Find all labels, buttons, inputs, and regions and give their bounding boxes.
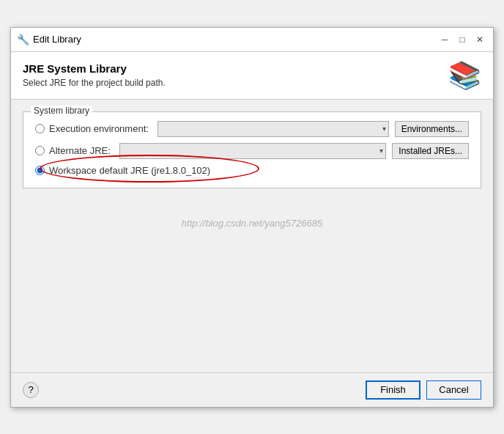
alt-jre-dropdown-wrapper: ▾: [115, 143, 386, 159]
exec-env-radio[interactable]: [35, 124, 45, 133]
header-subtitle: Select JRE for the project build path.: [23, 78, 166, 88]
workspace-jre-row: Workspace default JRE (jre1.8.0_102): [35, 165, 469, 176]
alt-jre-row: Alternate JRE: ▾ Installed JREs...: [35, 143, 469, 159]
footer-right: Finish Cancel: [366, 380, 481, 400]
exec-env-select[interactable]: [158, 121, 389, 137]
minimize-button[interactable]: ─: [437, 32, 452, 47]
alt-jre-select[interactable]: [119, 143, 386, 159]
exec-env-row: Execution environment: ▾ Environments...: [35, 121, 469, 137]
close-button[interactable]: ✕: [472, 32, 487, 47]
exec-env-label: Execution environment:: [49, 123, 149, 134]
workspace-jre-label: Workspace default JRE (jre1.8.0_102): [49, 165, 210, 176]
title-bar-icon: 🔧: [17, 34, 29, 45]
header-text: JRE System Library Select JRE for the pr…: [23, 62, 166, 88]
footer: ? Finish Cancel: [11, 372, 493, 407]
library-icon: 📚: [448, 62, 481, 89]
system-library-group: System library Execution environment: ▾ …: [23, 111, 481, 188]
footer-left: ?: [23, 382, 39, 398]
spacer: [23, 243, 481, 361]
maximize-button[interactable]: □: [455, 32, 470, 47]
title-bar: 🔧 Edit Library ─ □ ✕: [11, 28, 493, 52]
alt-jre-radio[interactable]: [35, 146, 45, 155]
alt-jre-label: Alternate JRE:: [49, 145, 111, 156]
header-section: JRE System Library Select JRE for the pr…: [11, 52, 493, 100]
dialog-window: 🔧 Edit Library ─ □ ✕ JRE System Library …: [10, 27, 494, 408]
content-area: System library Execution environment: ▾ …: [11, 100, 493, 372]
workspace-jre-radio[interactable]: [35, 166, 45, 175]
watermark: http://blog.csdn.net/yang5726685: [23, 218, 481, 229]
help-button[interactable]: ?: [23, 382, 39, 398]
installed-jres-button[interactable]: Installed JREs...: [392, 143, 469, 159]
cancel-button[interactable]: Cancel: [426, 380, 481, 400]
exec-env-dropdown-wrapper: ▾: [153, 121, 389, 137]
finish-button[interactable]: Finish: [366, 380, 420, 400]
group-legend: System library: [31, 106, 92, 116]
environments-button[interactable]: Environments...: [395, 121, 469, 137]
header-title: JRE System Library: [23, 62, 166, 75]
title-bar-controls: ─ □ ✕: [437, 32, 487, 47]
title-bar-text: Edit Library: [33, 34, 433, 45]
